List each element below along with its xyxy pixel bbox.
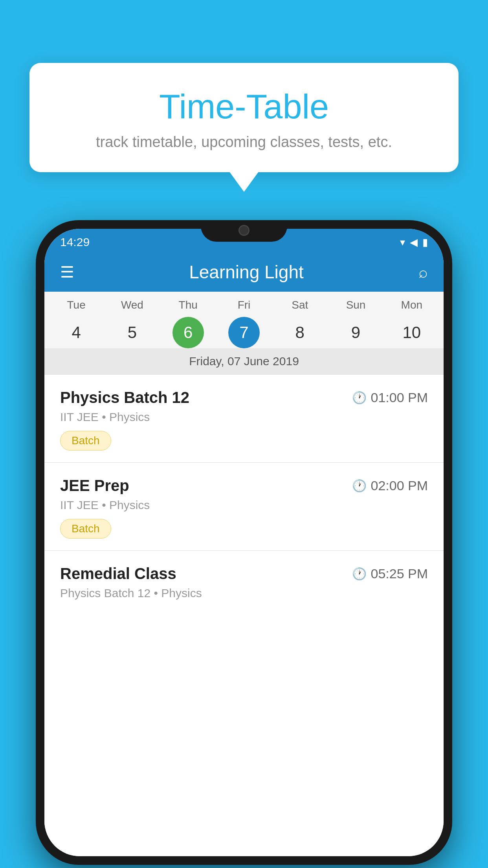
item-subtitle-2: IIT JEE • Physics bbox=[60, 498, 428, 512]
day-num-sun: 9 bbox=[340, 317, 372, 348]
day-name-sun: Sun bbox=[328, 299, 383, 311]
signal-icon: ◀ bbox=[410, 236, 418, 248]
day-num-sat: 8 bbox=[284, 317, 316, 348]
item-title-2: JEE Prep bbox=[60, 477, 129, 495]
speech-bubble: Time-Table track timetable, upcoming cla… bbox=[29, 63, 459, 172]
batch-badge-2: Batch bbox=[60, 519, 111, 539]
schedule-item-1[interactable]: Physics Batch 12 🕐 01:00 PM IIT JEE • Ph… bbox=[44, 375, 444, 463]
day-col-mon[interactable]: Mon 10 bbox=[384, 299, 440, 348]
day-name-fri: Fri bbox=[216, 299, 272, 311]
day-num-wed: 5 bbox=[116, 317, 148, 348]
item-time-1: 🕐 01:00 PM bbox=[352, 390, 428, 405]
item-title-1: Physics Batch 12 bbox=[60, 389, 189, 406]
day-name-wed: Wed bbox=[104, 299, 160, 311]
selected-date-label: Friday, 07 June 2019 bbox=[44, 348, 444, 375]
schedule-item-3[interactable]: Remedial Class 🕐 05:25 PM Physics Batch … bbox=[44, 551, 444, 611]
day-name-thu: Thu bbox=[160, 299, 216, 311]
day-col-sat[interactable]: Sat 8 bbox=[272, 299, 328, 348]
day-name-mon: Mon bbox=[384, 299, 440, 311]
status-time: 14:29 bbox=[60, 235, 90, 249]
status-icons: ▾ ◀ ▮ bbox=[400, 236, 428, 248]
clock-icon-3: 🕐 bbox=[352, 567, 367, 581]
day-col-wed[interactable]: Wed 5 bbox=[104, 299, 160, 348]
bubble-subtitle: track timetable, upcoming classes, tests… bbox=[53, 134, 435, 151]
clock-icon-1: 🕐 bbox=[352, 391, 367, 405]
schedule-list: Physics Batch 12 🕐 01:00 PM IIT JEE • Ph… bbox=[44, 375, 444, 856]
day-col-sun[interactable]: Sun 9 bbox=[328, 299, 383, 348]
item-title-3: Remedial Class bbox=[60, 565, 176, 583]
item-subtitle-1: IIT JEE • Physics bbox=[60, 410, 428, 424]
day-col-tue[interactable]: Tue 4 bbox=[48, 299, 104, 348]
day-col-fri[interactable]: Fri 7 bbox=[216, 299, 272, 348]
day-name-sat: Sat bbox=[272, 299, 328, 311]
phone-screen: 14:29 ▾ ◀ ▮ ☰ Learning Light ⌕ Tu bbox=[44, 229, 444, 856]
schedule-item-2[interactable]: JEE Prep 🕐 02:00 PM IIT JEE • Physics Ba… bbox=[44, 463, 444, 551]
item-subtitle-3: Physics Batch 12 • Physics bbox=[60, 587, 428, 600]
day-col-thu[interactable]: Thu 6 bbox=[160, 299, 216, 348]
batch-badge-1: Batch bbox=[60, 431, 111, 451]
day-num-thu: 6 bbox=[172, 317, 204, 348]
phone-notch bbox=[201, 220, 287, 242]
hamburger-icon[interactable]: ☰ bbox=[60, 263, 74, 281]
camera bbox=[238, 225, 250, 236]
search-icon[interactable]: ⌕ bbox=[418, 263, 428, 281]
app-bar: ☰ Learning Light ⌕ bbox=[44, 252, 444, 292]
day-name-tue: Tue bbox=[48, 299, 104, 311]
calendar-week: Tue 4 Wed 5 Thu 6 Fri 7 bbox=[44, 292, 444, 348]
phone-mockup: 14:29 ▾ ◀ ▮ ☰ Learning Light ⌕ Tu bbox=[36, 220, 452, 865]
day-num-fri: 7 bbox=[228, 317, 260, 348]
item-time-2: 🕐 02:00 PM bbox=[352, 478, 428, 493]
day-num-tue: 4 bbox=[61, 317, 92, 348]
day-num-mon: 10 bbox=[396, 317, 427, 348]
clock-icon-2: 🕐 bbox=[352, 479, 367, 493]
wifi-icon: ▾ bbox=[400, 236, 405, 248]
item-time-3: 🕐 05:25 PM bbox=[352, 566, 428, 581]
bubble-title: Time-Table bbox=[53, 86, 435, 127]
battery-icon: ▮ bbox=[422, 236, 428, 248]
app-title: Learning Light bbox=[189, 261, 304, 283]
